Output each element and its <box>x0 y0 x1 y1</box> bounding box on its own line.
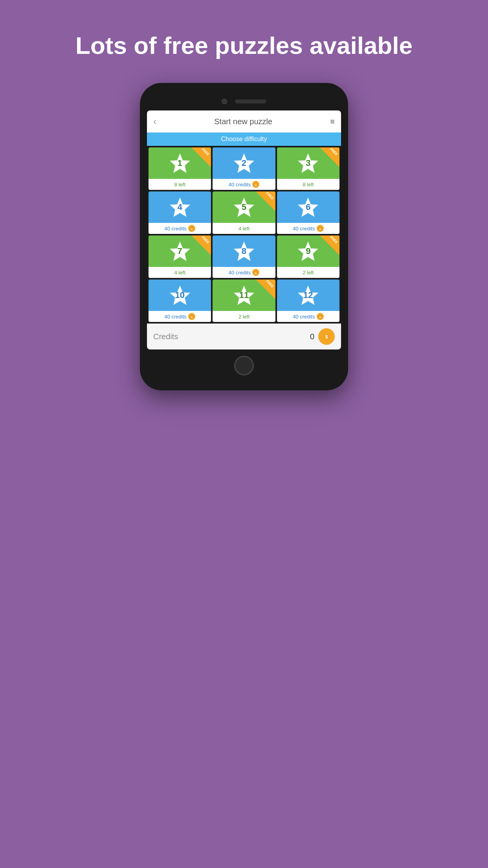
puzzle-bg-6: 6 <box>277 191 339 223</box>
difficulty-bar: Choose difficulty <box>147 132 341 146</box>
puzzle-item-7[interactable]: FREE 7 4 left <box>149 235 211 278</box>
puzzle-item-9[interactable]: FREE 9 2 left <box>277 235 339 278</box>
puzzle-grid: FREE 1 8 left 2 40 credits $ <box>147 146 341 324</box>
svg-text:$: $ <box>255 184 257 187</box>
puzzle-label-1: 8 left <box>174 182 185 188</box>
camera-icon <box>222 99 227 104</box>
puzzle-bg-3: FREE 3 <box>277 147 339 179</box>
coin-icon: $ <box>317 313 324 320</box>
puzzle-bg-9: FREE 9 <box>277 235 339 267</box>
puzzle-bg-2: 2 <box>213 147 275 179</box>
puzzle-number-9: 9 <box>306 246 310 256</box>
svg-text:$: $ <box>191 228 193 231</box>
puzzle-item-3[interactable]: FREE 3 8 left <box>277 147 339 190</box>
coin-icon: $ <box>252 181 259 188</box>
puzzle-number-11: 11 <box>239 290 249 300</box>
speaker <box>235 99 266 103</box>
puzzle-number-7: 7 <box>178 246 182 256</box>
puzzle-label-3: 8 left <box>303 182 314 188</box>
puzzle-label-5: 4 left <box>238 226 250 232</box>
puzzle-item-4[interactable]: 4 40 credits $ <box>149 191 211 234</box>
puzzle-bottom-10: 40 credits $ <box>149 311 211 322</box>
puzzle-number-6: 6 <box>306 202 310 212</box>
puzzle-bg-1: FREE 1 <box>149 147 211 179</box>
puzzle-bottom-4: 40 credits $ <box>149 223 211 234</box>
puzzle-item-1[interactable]: FREE 1 8 left <box>149 147 211 190</box>
puzzle-number-12: 12 <box>303 290 313 300</box>
puzzle-label-11: 2 left <box>238 314 250 320</box>
back-button[interactable]: ‹ <box>153 116 156 127</box>
phone-top <box>147 95 341 110</box>
svg-text:$: $ <box>319 316 321 319</box>
puzzle-label-12: 40 credits <box>293 314 315 320</box>
credits-coin-icon: $ <box>318 328 335 345</box>
puzzle-bottom-5: 4 left <box>213 223 275 234</box>
puzzle-item-6[interactable]: 6 40 credits $ <box>277 191 339 234</box>
puzzle-number-10: 10 <box>175 290 184 300</box>
puzzle-label-9: 2 left <box>303 270 314 276</box>
puzzle-bg-12: 12 <box>277 280 339 311</box>
puzzle-number-3: 3 <box>306 158 310 168</box>
puzzle-label-6: 40 credits <box>293 226 315 232</box>
puzzle-bg-4: 4 <box>149 191 211 223</box>
svg-text:$: $ <box>325 334 328 340</box>
phone-screen: ‹ Start new puzzle ≡ Choose difficulty F… <box>147 110 341 349</box>
app-header: ‹ Start new puzzle ≡ <box>147 110 341 132</box>
puzzle-bg-11: FREE 11 <box>213 280 275 311</box>
puzzle-bottom-7: 4 left <box>149 267 211 278</box>
phone-bottom <box>147 349 341 379</box>
svg-text:$: $ <box>319 228 321 231</box>
page-title: Lots of free puzzles available <box>52 31 436 59</box>
puzzle-bg-7: FREE 7 <box>149 235 211 267</box>
puzzle-label-2: 40 credits <box>229 182 251 188</box>
header-title: Start new puzzle <box>214 117 272 126</box>
puzzle-bottom-8: 40 credits $ <box>213 267 275 278</box>
puzzle-number-2: 2 <box>242 158 246 168</box>
puzzle-bottom-2: 40 credits $ <box>213 179 275 190</box>
menu-button[interactable]: ≡ <box>330 117 335 126</box>
puzzle-item-8[interactable]: 8 40 credits $ <box>213 235 275 278</box>
svg-text:$: $ <box>255 272 257 275</box>
puzzle-bottom-3: 8 left <box>277 179 339 190</box>
puzzle-item-2[interactable]: 2 40 credits $ <box>213 147 275 190</box>
home-button[interactable] <box>234 356 254 375</box>
coin-icon: $ <box>188 225 195 232</box>
puzzle-number-4: 4 <box>178 202 182 212</box>
puzzle-item-10[interactable]: 10 40 credits $ <box>149 280 211 322</box>
credits-bar: Credits 0 $ <box>147 324 341 349</box>
puzzle-number-5: 5 <box>242 202 246 212</box>
credits-label: Credits <box>153 332 306 341</box>
svg-text:$: $ <box>191 316 193 319</box>
puzzle-bottom-12: 40 credits $ <box>277 311 339 322</box>
phone-device: ‹ Start new puzzle ≡ Choose difficulty F… <box>140 83 348 390</box>
credits-value: 0 <box>310 332 314 341</box>
puzzle-bottom-11: 2 left <box>213 311 275 322</box>
coin-icon: $ <box>188 313 195 320</box>
puzzle-bg-5: FREE 5 <box>213 191 275 223</box>
coin-icon: $ <box>317 225 324 232</box>
puzzle-number-1: 1 <box>178 158 182 168</box>
puzzle-label-10: 40 credits <box>164 314 186 320</box>
coin-icon: $ <box>252 269 259 276</box>
puzzle-item-11[interactable]: FREE 11 2 left <box>213 280 275 322</box>
puzzle-bg-8: 8 <box>213 235 275 267</box>
puzzle-bottom-1: 8 left <box>149 179 211 190</box>
puzzle-bg-10: 10 <box>149 280 211 311</box>
puzzle-label-7: 4 left <box>174 270 185 276</box>
puzzle-bottom-9: 2 left <box>277 267 339 278</box>
puzzle-label-4: 40 credits <box>164 226 186 232</box>
puzzle-item-5[interactable]: FREE 5 4 left <box>213 191 275 234</box>
puzzle-label-8: 40 credits <box>229 270 251 276</box>
puzzle-bottom-6: 40 credits $ <box>277 223 339 234</box>
puzzle-item-12[interactable]: 12 40 credits $ <box>277 280 339 322</box>
puzzle-number-8: 8 <box>242 246 246 256</box>
